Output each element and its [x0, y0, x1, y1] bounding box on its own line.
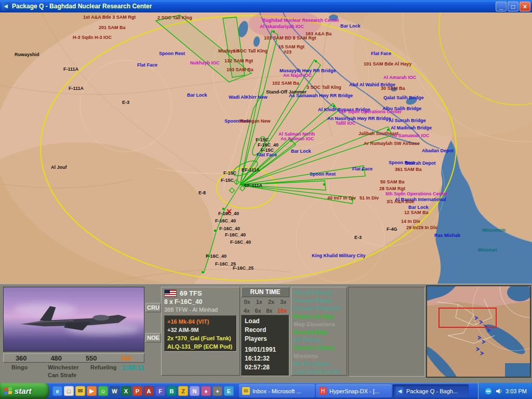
map-label[interactable]: Nukhayb IOC — [190, 60, 220, 65]
map-label[interactable]: Ar Rumaylah SW Airbase — [364, 141, 420, 146]
speed-preset[interactable]: 480 — [39, 354, 74, 362]
map-label[interactable]: 5th Sqdn Operations Center — [385, 191, 448, 196]
record-button[interactable]: Record — [245, 326, 286, 335]
word-icon[interactable]: W — [110, 386, 119, 396]
load-button[interactable]: Load — [245, 317, 286, 326]
map-label[interactable]: An Najaf IOC — [283, 73, 312, 78]
map-label[interactable]: 15 SAM Rgt — [278, 44, 304, 49]
map-label[interactable]: Wadi AlKhirr New — [229, 95, 268, 100]
map-label[interactable]: Al Surrah Bridge — [389, 118, 426, 123]
paint-icon[interactable]: ♦ — [201, 386, 211, 396]
map-label[interactable]: F-111A — [63, 66, 78, 72]
map-label[interactable]: EF-111A — [244, 183, 262, 188]
time-accel-option[interactable]: 2x — [268, 299, 274, 305]
time-accel-option[interactable]: 4x — [244, 308, 250, 314]
speed-preset[interactable]: 580 — [109, 354, 144, 362]
can-strafe-label[interactable]: Can Strafe — [48, 372, 76, 378]
noe-mode-button[interactable]: NOE — [145, 333, 161, 342]
map-option-all-orders[interactable]: All Orders — [294, 336, 347, 344]
map-label[interactable]: Flat Face — [371, 51, 391, 56]
map-label[interactable]: F-16C_40 — [230, 240, 251, 245]
map-label[interactable]: F-16C_40 — [215, 218, 236, 223]
start-button[interactable]: start — [0, 383, 49, 399]
calculator-icon[interactable]: + — [212, 386, 222, 396]
map-label[interactable]: Missouri — [478, 247, 497, 252]
map-label[interactable]: F-15C — [223, 170, 236, 176]
map-label[interactable]: Al Madinah Bridge — [391, 125, 432, 130]
map-label[interactable]: E-3 — [122, 100, 129, 105]
map-label[interactable]: 2 SOC Tall Klng — [157, 15, 192, 20]
map-label[interactable]: E-3 — [354, 235, 362, 240]
time-accel-option[interactable]: 1x — [256, 299, 262, 305]
map-label[interactable]: F-16C_40 — [258, 142, 278, 148]
map-label[interactable]: 30 SAM Ba — [381, 86, 405, 91]
cruise-mode-button[interactable]: CRU — [145, 303, 161, 312]
outlook-icon[interactable]: ✉ — [75, 386, 85, 396]
map-option-missions[interactable]: Missions — [294, 352, 347, 360]
task-button[interactable]: ✉Inbox - Microsoft ... — [239, 384, 315, 397]
map-label[interactable]: Tallil IOC — [336, 121, 355, 126]
map-label[interactable]: 102 SAM Ba — [272, 81, 299, 86]
map-label[interactable]: 717 Sqdn Operations Center — [339, 109, 402, 114]
volume-icon[interactable] — [495, 388, 502, 395]
time-accel-option[interactable]: 0x — [244, 299, 250, 305]
map-label[interactable]: 28 SAM Rgt — [379, 186, 405, 191]
map-label[interactable]: Spoon Rest — [310, 171, 336, 177]
messenger-icon[interactable]: ☺ — [98, 386, 108, 396]
map-label[interactable]: Al Iskandariyah IOC — [260, 24, 304, 29]
time-accel-option[interactable]: 8x — [266, 308, 272, 314]
map-option-ground-radar[interactable]: Ground Radar — [294, 297, 347, 304]
internet-explorer-icon[interactable]: e — [52, 386, 62, 396]
map-option-names-on-map[interactable]: Names on Map — [294, 313, 347, 321]
frontpage-icon[interactable]: F — [155, 386, 165, 396]
map-label[interactable]: F-15C — [221, 178, 234, 183]
map-option-ground-map[interactable]: Ground Map — [294, 328, 347, 336]
map-label[interactable]: F-15C — [256, 137, 269, 142]
map-label[interactable]: Qalat Salih Bridge — [383, 95, 424, 100]
time-accel-option[interactable]: 10x — [277, 308, 287, 314]
map-label[interactable]: Flat Face — [137, 62, 157, 68]
map-option-no-fly-zones[interactable]: No-Fly-Zones — [294, 360, 347, 368]
map-option-map-elevations[interactable]: Map Elevations — [294, 321, 347, 328]
map-option-aircraft-range[interactable]: Aircraft Range — [294, 289, 347, 297]
map-label[interactable]: 132 SAM Rgt — [224, 58, 253, 63]
network-icon[interactable] — [485, 388, 492, 395]
media-player-icon[interactable]: ▶ — [87, 386, 97, 396]
map-label[interactable]: H-3 Sqdn H-3 IOC — [73, 35, 112, 40]
map-option-last-crash-or-hit[interactable]: Last Crash or Hit — [294, 368, 347, 376]
minimize-button[interactable]: _ — [496, 2, 507, 11]
powerpoint-icon[interactable]: P — [132, 386, 142, 396]
speed-preset[interactable]: 550 — [74, 354, 109, 362]
task-button[interactable]: ◀Package Q - Bagh... — [393, 384, 469, 397]
map-option-generic-orders[interactable]: Generic Orders — [294, 344, 347, 352]
theater-minimap[interactable] — [426, 285, 531, 378]
map-label[interactable]: Abadan Depot — [422, 148, 454, 153]
map-label[interactable]: F-16C_40 — [225, 232, 246, 237]
map-label[interactable]: Spoon Rest — [389, 160, 415, 165]
map-option-ground-weapons[interactable]: Ground Weapons — [294, 304, 347, 312]
map-label[interactable]: 12 SAM Ba — [404, 210, 429, 215]
map-label[interactable]: Bar Lock — [408, 205, 429, 210]
map-label[interactable]: Al Samawah IOC — [392, 133, 430, 138]
publisher-icon[interactable]: B — [167, 386, 177, 396]
map-label[interactable]: 163 A&A Ba — [305, 31, 331, 36]
map-label[interactable]: Ruwayshid — [15, 52, 39, 57]
maximize-button[interactable]: □ — [508, 2, 518, 11]
map-label[interactable]: Al Jouf — [51, 165, 67, 170]
map-label[interactable]: Wisconsin — [482, 228, 506, 233]
map-label[interactable]: EF-111A — [242, 167, 260, 172]
excel-icon[interactable]: X — [121, 386, 131, 396]
map-label[interactable]: Bar Lock — [187, 92, 207, 98]
speed-preset[interactable]: 360 — [4, 354, 39, 362]
refueling-label[interactable]: Refueling — [90, 364, 116, 370]
campaign-map[interactable]: 1st A&A Bde 3 SAM Rgt2 SOC Tall Klng201 … — [0, 12, 532, 284]
close-button[interactable]: × — [520, 2, 530, 11]
map-label[interactable]: F-111A — [69, 86, 84, 91]
map-label[interactable]: 50 SAM Ba — [380, 179, 405, 184]
notepad-icon[interactable]: N — [190, 386, 200, 396]
map-label[interactable]: #23 — [284, 49, 291, 55]
map-label[interactable]: 40 In/7 In Div — [327, 195, 356, 201]
access-icon[interactable]: A — [144, 386, 154, 396]
bingo-label[interactable]: Bingo — [11, 364, 28, 370]
map-label[interactable]: 3 SOC Tall Klng — [307, 85, 341, 90]
